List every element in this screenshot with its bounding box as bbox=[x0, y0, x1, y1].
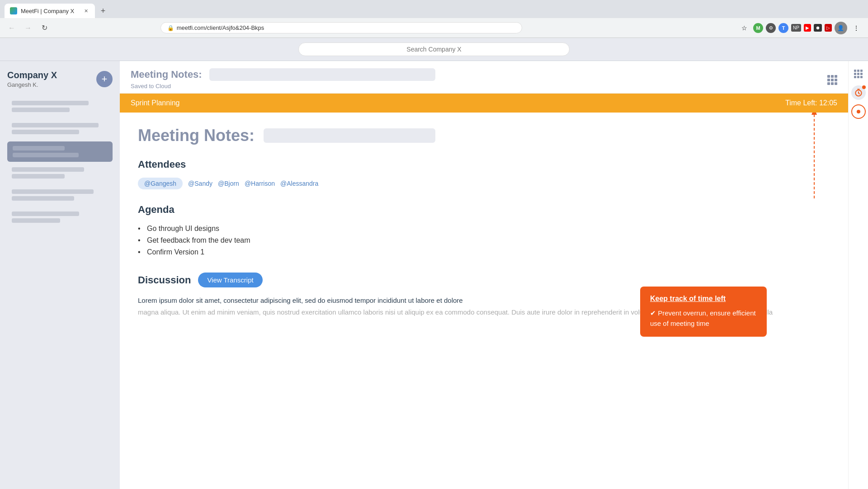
meetfi-extension-icon[interactable]: M bbox=[753, 23, 763, 33]
add-button[interactable]: + bbox=[96, 71, 113, 87]
tab-favicon bbox=[10, 7, 17, 14]
meeting-name: Sprint Planning bbox=[131, 99, 180, 107]
attendees-heading: Attendees bbox=[138, 159, 830, 170]
nav-item-active[interactable] bbox=[7, 141, 113, 162]
tooltip-popup: Keep track of time left ✔ Prevent overru… bbox=[640, 287, 767, 337]
attendee-sandy: @Sandy bbox=[188, 180, 212, 187]
grid-icon[interactable] bbox=[827, 75, 837, 85]
agenda-heading: Agenda bbox=[138, 204, 830, 216]
nav-item-skeleton-4[interactable] bbox=[7, 186, 113, 204]
forward-button[interactable]: → bbox=[22, 22, 34, 34]
discussion-header: Discussion View Transcript bbox=[138, 273, 830, 287]
bookmark-icon[interactable]: ☆ bbox=[738, 22, 750, 34]
svg-point-3 bbox=[857, 110, 860, 113]
attendee-harrison: @Harrison bbox=[245, 180, 275, 187]
attendees-section: Attendees @Gangesh @Sandy @Bjorn @Harris… bbox=[138, 159, 830, 189]
timer-icon[interactable] bbox=[851, 85, 866, 100]
tooltip-body: ✔ Prevent overrun, ensure efficient use … bbox=[650, 309, 756, 327]
new-tab-button[interactable]: + bbox=[97, 5, 109, 17]
attendee-alessandra: @Alessandra bbox=[280, 180, 318, 187]
reload-button[interactable]: ↻ bbox=[38, 22, 51, 34]
content-body: Meeting Notes: Attendees @Gangesh @Sandy… bbox=[120, 113, 848, 489]
youtube-extension-icon[interactable]: ▶ bbox=[804, 24, 811, 32]
company-info: Company X Gangesh K. bbox=[7, 70, 57, 88]
saved-status: Saved to Cloud bbox=[131, 83, 820, 89]
translate-extension-icon[interactable]: T bbox=[778, 23, 788, 33]
lock-icon: 🔒 bbox=[167, 25, 174, 31]
nav-item-skeleton-5[interactable] bbox=[7, 208, 113, 226]
red-extension-icon[interactable]: ▷ bbox=[825, 24, 832, 32]
content-header: Meeting Notes: Saved to Cloud bbox=[120, 61, 848, 94]
rec-extension-icon[interactable]: ⏺ bbox=[814, 24, 822, 32]
sidebar-header: Company X Gangesh K. + bbox=[7, 70, 113, 88]
global-search-bar bbox=[0, 38, 868, 61]
tab-bar: MeetFi | Company X ✕ + bbox=[0, 0, 868, 18]
back-button[interactable]: ← bbox=[5, 22, 18, 34]
discussion-heading: Discussion bbox=[138, 274, 191, 286]
active-tab[interactable]: MeetFi | Company X ✕ bbox=[5, 4, 95, 18]
sidebar: Company X Gangesh K. + bbox=[0, 61, 120, 489]
agenda-item-1: Go through UI designs bbox=[138, 223, 830, 235]
agenda-list: Go through UI designs Get feedback from … bbox=[138, 223, 830, 258]
agenda-item-2: Get feedback from the dev team bbox=[138, 235, 830, 246]
right-sidebar bbox=[848, 61, 868, 489]
record-icon[interactable] bbox=[851, 104, 866, 119]
address-bar[interactable]: 🔒 meetfi.com/client/Asjfo&204-Bkps bbox=[160, 22, 522, 33]
attendee-bjorn: @Bjorn bbox=[218, 180, 239, 187]
menu-button[interactable]: ⋮ bbox=[850, 22, 863, 34]
sidebar-nav bbox=[7, 97, 113, 228]
page-title: Meeting Notes: bbox=[138, 126, 255, 145]
page-title-row: Meeting Notes: bbox=[138, 126, 830, 145]
timer-notification-dot bbox=[862, 85, 866, 89]
tab-title: MeetFi | Company X bbox=[21, 8, 79, 14]
nav-item-skeleton-1[interactable] bbox=[7, 97, 113, 116]
np-extension-icon[interactable]: NP bbox=[791, 24, 801, 32]
title-input[interactable] bbox=[264, 128, 435, 143]
meeting-bar: Sprint Planning Time Left: 12:05 bbox=[120, 94, 848, 113]
time-left: Time Left: 12:05 bbox=[785, 99, 837, 107]
attendee-tag-gangesh[interactable]: @Gangesh bbox=[138, 178, 183, 189]
browser-toolbar: ← → ↻ 🔒 meetfi.com/client/Asjfo&204-Bkps… bbox=[0, 18, 868, 38]
tab-close-button[interactable]: ✕ bbox=[82, 7, 90, 14]
agenda-item-3: Confirm Version 1 bbox=[138, 246, 830, 258]
company-name: Company X bbox=[7, 70, 57, 80]
nav-item-skeleton-2[interactable] bbox=[7, 119, 113, 138]
arrow-svg bbox=[801, 113, 828, 201]
browser-chrome: MeetFi | Company X ✕ + ← → ↻ 🔒 meetfi.co… bbox=[0, 0, 868, 38]
tooltip-title: Keep track of time left bbox=[650, 295, 757, 303]
user-avatar[interactable]: 👤 bbox=[835, 22, 847, 34]
view-transcript-button[interactable]: View Transcript bbox=[198, 273, 262, 287]
header-meeting-notes-label: Meeting Notes: bbox=[131, 69, 202, 80]
attendees-list: @Gangesh @Sandy @Bjorn @Harrison @Alessa… bbox=[138, 178, 830, 189]
grid-apps-icon[interactable] bbox=[851, 66, 866, 81]
agenda-section: Agenda Go through UI designs Get feedbac… bbox=[138, 204, 830, 258]
extension-icon-1[interactable]: ⊙ bbox=[766, 23, 776, 33]
search-input[interactable] bbox=[298, 42, 570, 56]
toolbar-right: ☆ M ⊙ T NP ▶ ⏺ ▷ 👤 ⋮ bbox=[738, 22, 863, 34]
nav-item-skeleton-3[interactable] bbox=[7, 164, 113, 182]
header-title-input[interactable] bbox=[209, 68, 435, 81]
user-name: Gangesh K. bbox=[7, 81, 57, 88]
main-content: Meeting Notes: Saved to Cloud Sprint Pla… bbox=[120, 61, 848, 489]
url-text: meetfi.com/client/Asjfo&204-Bkps bbox=[177, 24, 264, 31]
app-layout: Company X Gangesh K. + bbox=[0, 61, 868, 489]
